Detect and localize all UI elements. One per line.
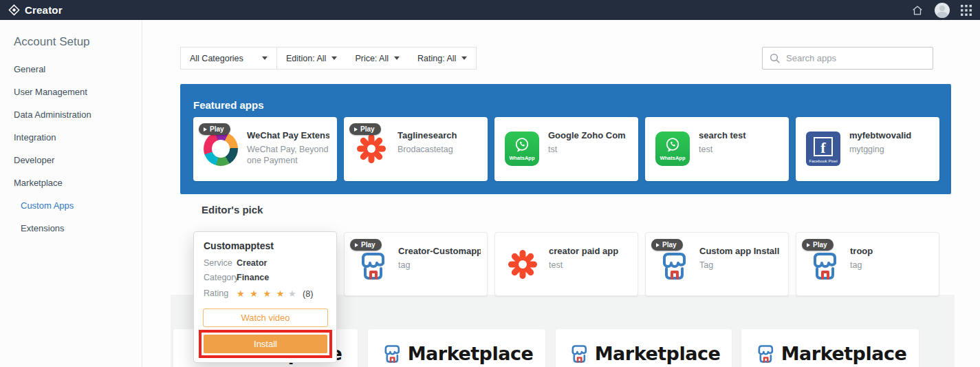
price-filter-dropdown[interactable]: Price: All <box>346 48 409 69</box>
play-label: Play <box>662 241 677 249</box>
facebook-f-letter: f <box>820 142 825 155</box>
whatsapp-wordmark: WhatsApp <box>509 155 534 161</box>
app-title: WeChat Pay Extensi... <box>247 130 329 140</box>
play-icon <box>355 243 358 247</box>
play-icon <box>354 127 358 132</box>
price-filter-label: Price: All <box>355 54 389 63</box>
rating-filter-label: Rating: All <box>417 54 456 63</box>
app-title: Google Zoho Com <box>548 130 631 140</box>
play-video-badge[interactable]: Play <box>349 123 381 135</box>
zapier-asterisk-icon <box>505 247 540 282</box>
play-video-badge[interactable]: Play <box>802 239 834 251</box>
play-video-badge[interactable]: Play <box>350 239 382 251</box>
sidebar-item-integration[interactable]: Integration <box>14 132 56 143</box>
play-video-badge[interactable]: Play <box>199 123 230 135</box>
app-title: Custom app Install f... <box>699 246 782 256</box>
app-subtitle: Tag <box>699 260 782 271</box>
app-subtitle: test <box>699 144 781 155</box>
featured-card-taglinesearch[interactable]: Play Taglinesearch Brodacastetag <box>344 117 488 181</box>
watch-video-button[interactable]: Watch video <box>203 308 328 327</box>
play-icon <box>807 243 810 247</box>
featured-apps-title: Featured apps <box>193 99 264 111</box>
user-avatar[interactable] <box>935 3 950 18</box>
marketplace-app-card[interactable]: Marketplace <box>556 329 732 367</box>
app-title: Taglinesearch <box>398 130 480 140</box>
category-label: Category <box>204 273 237 282</box>
home-icon[interactable] <box>911 4 924 17</box>
caret-down-icon <box>394 56 400 60</box>
marketplace-wordmark: Marketplace <box>595 343 720 364</box>
app-subtitle: WeChat Pay, Beyond one Payment <box>247 144 329 167</box>
caret-down-icon <box>331 56 337 60</box>
search-apps-input[interactable] <box>763 48 933 69</box>
sidebar-item-extensions[interactable]: Extensions <box>21 223 65 233</box>
play-icon <box>656 243 660 247</box>
storefront-icon <box>807 247 841 282</box>
category-filter-label: All Categories <box>190 54 243 63</box>
rating-count: (8) <box>303 289 313 299</box>
play-label: Play <box>210 125 224 133</box>
sidebar-title: Account Setup <box>14 35 90 49</box>
apps-grid-icon[interactable] <box>961 5 972 16</box>
sidebar-item-user-management[interactable]: User Management <box>14 87 87 97</box>
creator-logo-icon <box>8 4 20 16</box>
search-apps-box <box>762 47 933 70</box>
featured-card-search-test[interactable]: WhatsApp search test test <box>645 117 789 181</box>
rating-filter-dropdown[interactable]: Rating: All <box>409 48 476 69</box>
whatsapp-icon: WhatsApp <box>505 132 539 166</box>
annotation-highlight-box: Install <box>199 330 332 358</box>
editors-card-creator-customapp1[interactable]: Play Creator-Customapp1 tag <box>344 232 488 296</box>
app-subtitle: test <box>549 260 631 271</box>
play-icon <box>204 127 207 132</box>
storefront-icon <box>567 342 591 365</box>
marketplace-wordmark: Marketplace <box>408 343 533 364</box>
sidebar-item-marketplace[interactable]: Marketplace <box>14 178 63 188</box>
marketplace-app-card[interactable]: Marketplace <box>741 329 919 367</box>
wechat-pay-icon <box>204 132 238 166</box>
sidebar-item-developer[interactable]: Developer <box>14 155 54 165</box>
star-icon-empty: ★ <box>288 289 298 299</box>
featured-card-myfebtwovalid[interactable]: f Facebook Pixel myfebtwovalid mytgging <box>796 117 939 181</box>
featured-card-wechat[interactable]: Play WeChat Pay Extensi... WeChat Pay, B… <box>193 117 337 181</box>
storefront-icon <box>754 342 777 365</box>
caret-down-icon <box>461 56 467 60</box>
search-icon <box>770 53 781 64</box>
category-filter-dropdown[interactable]: All Categories <box>181 48 277 69</box>
app-title: Customapptest <box>204 240 274 251</box>
play-label: Play <box>361 241 375 249</box>
customapptest-expanded-card[interactable]: Customapptest Service Creator Category F… <box>193 231 337 363</box>
service-value: Creator <box>237 258 267 268</box>
creator-brand[interactable]: Creator <box>8 4 63 16</box>
play-label: Play <box>360 125 375 133</box>
category-value: Finance <box>237 273 269 282</box>
edition-filter-dropdown[interactable]: Edition: All <box>277 48 346 69</box>
rating-stars: ★ ★ ★ ★ ★ (8) <box>237 289 313 299</box>
play-video-badge[interactable]: Play <box>651 239 683 251</box>
caret-down-icon <box>262 56 268 60</box>
app-subtitle: mytgging <box>849 144 932 155</box>
storefront-icon <box>355 247 389 282</box>
sidebar-item-data-administration[interactable]: Data Administration <box>14 109 91 120</box>
app-subtitle: tag <box>398 260 481 271</box>
sidebar-item-general[interactable]: General <box>14 64 45 74</box>
storefront-icon <box>380 342 404 365</box>
editors-card-troop[interactable]: Play troop tag <box>796 232 939 296</box>
install-button[interactable]: Install <box>204 335 327 353</box>
app-title: creator paid app <box>549 246 631 256</box>
marketplace-app-card[interactable]: Marketplace <box>368 329 545 367</box>
star-icon-filled: ★ ★ ★ ★ <box>237 289 285 299</box>
facebook-pixel-icon: f Facebook Pixel <box>806 132 840 166</box>
creator-marketplace-screen: Creator Account Setup General User Manag… <box>0 0 980 367</box>
editors-card-custom-app-install[interactable]: Play Custom app Install f... Tag <box>645 232 789 296</box>
featured-apps-section: Featured apps Play WeChat Pay Extensi...… <box>180 84 951 194</box>
zapier-asterisk-icon <box>354 132 389 166</box>
whatsapp-icon: WhatsApp <box>655 132 690 166</box>
sidebar-item-custom-apps[interactable]: Custom Apps <box>21 200 74 211</box>
service-label: Service <box>204 258 237 268</box>
brand-title: Creator <box>25 4 63 16</box>
play-label: Play <box>813 241 827 249</box>
editors-pick-title: Editor's pick <box>202 204 263 216</box>
app-subtitle: tag <box>850 260 933 271</box>
editors-card-creator-paid-app[interactable]: creator paid app test <box>494 232 638 296</box>
featured-card-google-zoho-com[interactable]: WhatsApp Google Zoho Com tst <box>494 117 638 181</box>
